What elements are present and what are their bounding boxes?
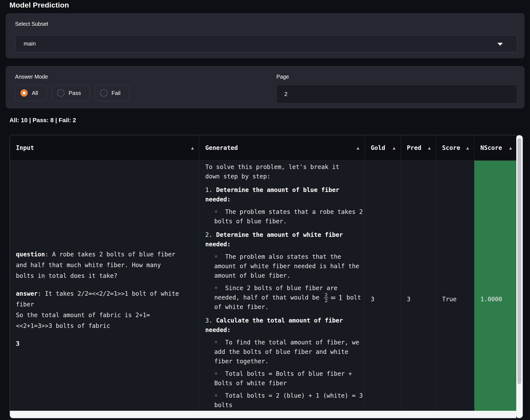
input-cell[interactable]: question: A robe takes 2 bolts of blue f… <box>10 161 199 411</box>
nscore-value: 1.0000 <box>480 296 502 303</box>
column-header-pred[interactable]: Pred ▲ <box>401 135 436 160</box>
column-header-score[interactable]: Score ▲ <box>436 135 474 160</box>
gold-value: 3 <box>371 296 374 303</box>
column-header-input[interactable]: Input ▲ <box>10 135 199 160</box>
radio-circle-icon <box>20 89 28 97</box>
subset-select[interactable]: main <box>15 35 517 52</box>
pred-value: 3 <box>407 296 411 303</box>
score-value: True <box>442 296 456 303</box>
column-header-label: NScore <box>480 144 502 151</box>
score-cell[interactable]: True <box>436 161 474 411</box>
radio-option-label: Fail <box>112 90 120 97</box>
radio-option-fail[interactable]: Fail <box>95 85 129 101</box>
column-header-label: Gold <box>371 144 385 151</box>
predictions-table: Input ▲ Generated ▲ Gold ▲ Pred ▲ Score … <box>9 135 523 419</box>
column-header-label: Input <box>16 144 34 151</box>
vertical-scrollbar[interactable] <box>516 135 523 418</box>
radio-circle-icon <box>100 89 107 97</box>
page-number-value: 2 <box>277 91 287 98</box>
column-header-label: Pred <box>407 144 421 151</box>
table-header-row: Input ▲ Generated ▲ Gold ▲ Pred ▲ Score … <box>10 135 523 161</box>
sort-ascending-icon: ▲ <box>509 145 512 151</box>
answer-mode-radio-group: All Pass Fail <box>15 85 129 101</box>
column-header-label: Score <box>442 144 460 151</box>
stats-summary: All: 10 | Pass: 8 | Fail: 2 <box>9 117 76 124</box>
sort-ascending-icon: ▲ <box>428 145 431 151</box>
sort-ascending-icon: ▲ <box>191 145 194 151</box>
column-header-gold[interactable]: Gold ▲ <box>365 135 401 160</box>
generated-cell[interactable]: To solve this problem, let's break it do… <box>199 161 365 411</box>
chevron-down-icon <box>497 43 503 46</box>
column-header-nscore[interactable]: NScore ▲ <box>474 135 517 160</box>
radio-option-all[interactable]: All <box>15 85 47 101</box>
sort-ascending-icon: ▲ <box>356 145 359 151</box>
table-row: question: A robe takes 2 bolts of blue f… <box>10 161 523 411</box>
gold-cell[interactable]: 3 <box>365 161 401 411</box>
radio-option-label: All <box>32 90 38 97</box>
pred-cell[interactable]: 3 <box>401 161 436 411</box>
subset-label: Select Subset <box>15 21 48 27</box>
column-header-label: Generated <box>205 144 238 151</box>
subset-selected-value: main <box>15 40 36 47</box>
sort-ascending-icon: ▲ <box>466 145 469 151</box>
page-title: Model Prediction <box>9 1 69 9</box>
nscore-cell[interactable]: 1.0000 <box>474 161 517 411</box>
radio-circle-icon <box>57 89 64 97</box>
page-field-label: Page <box>276 74 289 80</box>
controls-panel: Answer Mode All Pass Fail Page 2 <box>6 66 524 108</box>
vertical-scrollbar-thumb[interactable] <box>517 138 521 384</box>
radio-option-pass[interactable]: Pass <box>52 85 90 101</box>
column-header-generated[interactable]: Generated ▲ <box>199 135 365 160</box>
radio-option-label: Pass <box>69 90 81 97</box>
sort-ascending-icon: ▲ <box>393 145 396 151</box>
page-number-input[interactable]: 2 <box>276 84 517 103</box>
horizontal-scrollbar[interactable] <box>10 411 516 418</box>
answer-mode-label: Answer Mode <box>15 74 48 80</box>
subset-panel: Select Subset main <box>6 13 524 58</box>
table-body: question: A robe takes 2 bolts of blue f… <box>10 161 523 411</box>
